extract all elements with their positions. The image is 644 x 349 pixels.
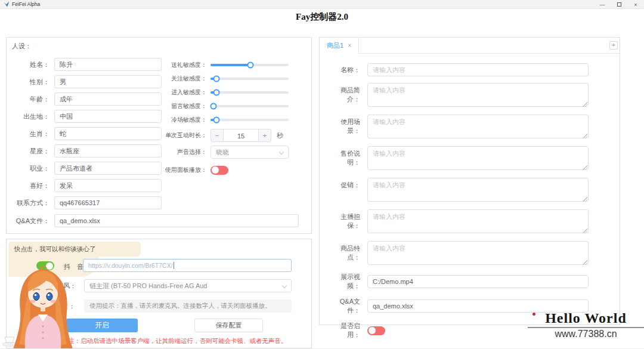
- save-config-button[interactable]: 保存配置: [194, 319, 263, 332]
- product-tabbar: 商品1 × +: [320, 38, 620, 54]
- field-usage-scene: 使用场景：: [328, 115, 602, 140]
- demo-video-label: 展示视频：: [328, 273, 367, 291]
- message-bar: 使用提示：直播，请关闭麦克风。连接数字人，请关闭面板播放。: [84, 299, 292, 313]
- close-button[interactable]: ×: [627, 0, 644, 9]
- speech-bubble: 快点击，我可以和你谈谈心了: [8, 242, 141, 257]
- age-input[interactable]: [54, 92, 162, 106]
- tab-label: 商品1: [327, 41, 343, 50]
- follow-sensitivity-slider[interactable]: [210, 78, 289, 80]
- gift-sensitivity-slider[interactable]: [210, 64, 289, 66]
- promotion-textarea[interactable]: [367, 178, 589, 202]
- job-input[interactable]: [54, 162, 162, 175]
- slider-comment-label: 留言敏感度：: [160, 102, 210, 110]
- field-qa-file: Q&A文件：: [9, 214, 299, 227]
- slider-silence: 冷场敏感度：: [160, 115, 309, 125]
- slider-enter-label: 进入敏感度：: [160, 88, 210, 97]
- field-name-label: 姓名：: [9, 60, 54, 69]
- enable-toggle[interactable]: [367, 326, 385, 335]
- duration-value[interactable]: 15: [224, 129, 258, 142]
- slider-gift-label: 送礼敏感度：: [160, 61, 210, 69]
- product-name-label: 名称：: [328, 66, 367, 75]
- field-qa-file-label: Q&A文件：: [9, 217, 54, 226]
- app-window: FeiFei Alpha — × Fay控制器2.0 人设： 姓名： 性别： 年…: [0, 0, 644, 349]
- field-product-intro: 商品简介：: [328, 83, 602, 108]
- panel-play-label: 使用面板播放：: [160, 166, 210, 174]
- warning-note: 注：启动后请选中场景客户端，让其前端运行，否则可能会卡顿、或者无声音。: [68, 337, 287, 345]
- app-logo-icon: [4, 1, 10, 7]
- field-promotion: 促销：: [328, 178, 602, 203]
- product-intro-textarea[interactable]: [367, 83, 589, 107]
- maximize-button[interactable]: [611, 0, 627, 9]
- usage-scene-textarea[interactable]: [367, 115, 589, 138]
- field-hobby-label: 喜好：: [9, 181, 54, 190]
- comment-sensitivity-slider[interactable]: [210, 105, 289, 107]
- page-title: Fay控制器2.0: [0, 11, 644, 23]
- voice-select[interactable]: 晓晓: [210, 146, 289, 159]
- tab-product-1[interactable]: 商品1 ×: [320, 38, 359, 54]
- field-hobby: 喜好：: [9, 179, 299, 192]
- voice-row: 声音选择： 晓晓: [160, 146, 309, 159]
- product-panel: 商品1 × + 名称： 商品简介： 使用场景： 售价说明：: [319, 37, 620, 325]
- field-birthplace-label: 出生地：: [9, 112, 54, 121]
- field-constellation-label: 星座：: [9, 147, 54, 156]
- guarantee-label: 主播担保：: [328, 209, 367, 230]
- text-cursor: [174, 262, 174, 269]
- slider-gift: 送礼敏感度：: [160, 60, 309, 70]
- duration-stepper: − 15 +: [210, 129, 271, 142]
- promotion-label: 促销：: [328, 178, 367, 190]
- product-qa-label: Q&A文件：: [328, 297, 367, 315]
- price-desc-textarea[interactable]: [367, 146, 589, 170]
- product-intro-label: 商品简介：: [328, 83, 367, 104]
- enable-label: 是否启用：: [328, 322, 367, 339]
- duration-unit: 秒: [277, 131, 283, 140]
- constellation-input[interactable]: [54, 144, 162, 157]
- live-control-panel: 快点击，我可以和你谈谈心了 抖 音 https://v.douyin.com/B…: [6, 239, 312, 348]
- hobby-input[interactable]: [54, 179, 162, 192]
- start-button[interactable]: 开启: [66, 319, 138, 332]
- mic-select[interactable]: 链主混 (BT-50 PRO Hands-Free AG Aud: [84, 279, 292, 292]
- name-input[interactable]: [54, 58, 162, 71]
- zodiac-input[interactable]: [54, 127, 162, 140]
- slider-knob[interactable]: [247, 62, 253, 69]
- demo-video-input[interactable]: [367, 275, 589, 288]
- field-demo-video: 展示视频：: [328, 273, 602, 291]
- voice-select-value: 晓晓: [216, 148, 229, 157]
- toggle-knob: [369, 327, 376, 334]
- qa-file-input[interactable]: [54, 214, 299, 227]
- tab-close-icon[interactable]: ×: [348, 42, 351, 49]
- panel-play-row: 使用面板播放：: [160, 163, 309, 177]
- slider-knob[interactable]: [213, 89, 220, 96]
- persona-section-label: 人设：: [12, 42, 32, 51]
- voice-select-label: 声音选择：: [160, 148, 210, 156]
- silence-sensitivity-slider[interactable]: [210, 119, 289, 121]
- gender-input[interactable]: [54, 75, 162, 88]
- enter-sensitivity-slider[interactable]: [210, 91, 289, 94]
- features-textarea[interactable]: [367, 241, 589, 265]
- slider-knob[interactable]: [213, 117, 220, 123]
- chevron-down-icon: [279, 150, 284, 155]
- message-label: 消 息：: [39, 302, 81, 311]
- slider-knob[interactable]: [213, 76, 220, 82]
- watermark-logo-text: Hello World: [545, 310, 627, 326]
- increase-button[interactable]: +: [258, 129, 271, 142]
- field-price-desc: 售价说明：: [328, 146, 602, 171]
- slider-knob[interactable]: [210, 103, 217, 110]
- douyin-toggle[interactable]: [36, 261, 54, 270]
- decrease-button[interactable]: −: [210, 129, 224, 142]
- birthplace-input[interactable]: [54, 110, 162, 123]
- field-contact-label: 联系方式：: [9, 199, 54, 208]
- window-titlebar: FeiFei Alpha — ×: [0, 0, 644, 9]
- guarantee-textarea[interactable]: [367, 209, 589, 233]
- product-name-input[interactable]: [367, 63, 589, 76]
- minimize-button[interactable]: —: [594, 0, 611, 9]
- panel-play-toggle[interactable]: [210, 166, 228, 175]
- maximize-icon: [617, 2, 621, 7]
- contact-input[interactable]: [54, 196, 162, 209]
- add-tab-button[interactable]: +: [609, 41, 618, 50]
- usage-scene-label: 使用场景：: [328, 115, 367, 135]
- window-title: FeiFei Alpha: [12, 1, 40, 7]
- douyin-url-input[interactable]: https://v.douyin.com/Br6T7CX/: [83, 259, 292, 272]
- field-age-label: 年龄：: [9, 95, 54, 104]
- field-guarantee: 主播担保：: [328, 209, 602, 234]
- slider-follow-label: 关注敏感度：: [160, 75, 210, 83]
